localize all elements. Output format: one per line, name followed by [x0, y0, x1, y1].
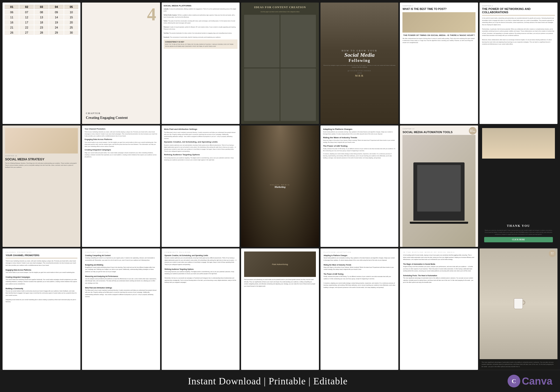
automation-image: [402, 135, 475, 247]
r3-ads-image: Paid Advertising: [244, 251, 316, 277]
r3-page-6: In the bustling world of social media In…: [400, 248, 478, 370]
cal-06: 06: [5, 10, 19, 15]
adapting-conclusion: In essence, adapting your social media s…: [323, 153, 396, 159]
cal-13: 13: [34, 15, 49, 20]
cal-08: 08: [34, 10, 49, 15]
thank-you-text-area: THANK YOU Thank you so much for choosing…: [482, 222, 555, 244]
cal-25: 25: [64, 25, 78, 30]
pages-grid: 01 02 03 04 05 06 07 08 09 10 11 12 13 1…: [0, 0, 560, 370]
grow-brand: MRR: [323, 74, 396, 77]
canva-icon-text: C: [512, 378, 516, 385]
ideas-grid: [244, 15, 316, 121]
best-seller-text: BESTSELLING: [470, 130, 475, 132]
best-time-image: [402, 12, 475, 33]
ideas-page: IDEAS FOR CONTENT CREATION Use this page…: [241, 3, 319, 124]
ad-text-overlay: SOCIAL MEDIA Marketing: [270, 184, 290, 188]
r3-page-4: Paid Advertising Paid promotions and adv…: [241, 248, 319, 370]
r3-3-label: Community Building: [165, 251, 236, 253]
r3-page-5: Platform Adaptation Adapting to Platform…: [320, 248, 398, 370]
r3-1-body: Think of your marketing channels as a te…: [6, 260, 77, 303]
r3-5-label: Platform Adaptation: [324, 251, 395, 253]
canva-icon: C: [508, 375, 520, 387]
calendar-header: 01 02 03 04 05: [5, 5, 78, 9]
grow-content: HOW TO GROW YOUR Social Media Following …: [320, 47, 398, 79]
bottom-tagline: Instant Download | Printable | Editable: [188, 375, 347, 387]
platforms-body: LinkedIn: A venue for professionals, off…: [164, 8, 237, 38]
cup-icon: [514, 298, 523, 309]
grow-main-title: Social Media: [323, 52, 396, 58]
cal-24: 24: [49, 25, 63, 30]
cal-11: 11: [5, 15, 19, 20]
networking-title: THE POWER OF NETWORKING AND COLLABORATIO…: [482, 7, 555, 16]
cal-14: 14: [49, 15, 63, 20]
refining-body: Fine-tuning improves your audience targe…: [164, 157, 237, 161]
r3-1-label: Channel Promoters: [6, 251, 77, 253]
ideas-box-4: [281, 68, 316, 121]
ad-overlay-main: Marketing: [270, 186, 290, 188]
meta-title: Meta Paid and Attribution Settings: [164, 128, 237, 130]
laptop-base: [410, 222, 468, 224]
r3-page-1: Channel Promoters Your Channel Promoters…: [3, 248, 80, 370]
automation-title: SOCIAL MEDIA AUTOMATION TOOLS: [402, 131, 475, 134]
grow-subtitle: Discover key strategies to grow your bra…: [323, 64, 396, 68]
thank-you-page: THANK YOU Thank you so much for choosing…: [480, 125, 557, 247]
strategy-title: SOCIAL MEDIA STRATEGY: [5, 158, 78, 161]
r3-2-label: Content Creation: [85, 251, 157, 253]
best-time-title: WHAT IS THE BEST TIME TO POST?: [402, 8, 475, 11]
ideas-box-2: [281, 15, 316, 67]
dynamic-body: Dynamic creative optimizes your ad autom…: [164, 144, 237, 152]
cal-07: 07: [19, 10, 34, 15]
strategy-chapter-label: CHAPTER 10: [5, 155, 78, 157]
ab-body: Finally, embrace the power of A/B testin…: [323, 148, 396, 152]
refining-title: Refining Audience Targeting Options: [164, 153, 237, 156]
r3-final-image-bg: [480, 248, 557, 359]
grow-with: WITH: [323, 72, 396, 74]
thank-you-image: [482, 128, 555, 159]
cal-21: 21: [5, 25, 19, 30]
strategy-image-bg: [5, 128, 78, 153]
thank-you-body: Thank you so much for choosing this guid…: [484, 229, 553, 235]
cal-10: 10: [64, 10, 78, 15]
power-title: THE POWER OF TIMING ON SOCIAL MEDIA - IS…: [402, 34, 475, 36]
ideas-subtitle: Use this page to jot down some content i…: [244, 11, 316, 13]
channels-text-2: Your social media is your secret weapon.…: [85, 141, 157, 147]
r3-6-label: In the bustling world of social media: [403, 251, 475, 253]
click-here-button[interactable]: CLICK HERE: [484, 237, 553, 242]
woman-image: [402, 12, 475, 33]
chapter4-label: CHAPTER: [86, 112, 156, 115]
cal-12: 12: [19, 15, 34, 20]
grow-following: Following: [323, 58, 396, 63]
cal-15: 15: [64, 15, 78, 20]
r3-1-title: Your Channel Promoters: [6, 254, 77, 258]
r3-page-2: Content Creation Creating Compelling Ad …: [82, 248, 160, 370]
how-to-grow-page: HOW TO GROW YOUR Social Media Following …: [320, 3, 398, 124]
laptop-screen: [417, 165, 460, 212]
cup-handle: [523, 301, 525, 304]
r3-3-body: Dynamic Creative, Ad Scheduling, and Spe…: [165, 254, 236, 284]
cal-22: 22: [19, 25, 34, 30]
main-container: 01 02 03 04 05 06 07 08 09 10 11 12 13 1…: [0, 0, 560, 392]
r3-6-body: In the bustling world of social media, s…: [403, 254, 475, 284]
integrated-title: Creating Integrated Campaigns: [85, 149, 157, 151]
cal-head-5: 05: [64, 5, 78, 9]
meta-pixel-page: Meta Paid and Attribution Settings The M…: [162, 125, 240, 247]
laptop-body: [413, 162, 464, 221]
final-badge: BESTSELL: [549, 250, 556, 257]
cal-09: 09: [49, 10, 63, 15]
consistency-text: DON'T TRY TO BE ACTIVE ON ALL OF THEM, O…: [165, 44, 236, 48]
consistency-title: CONSISTENCY IS KEY: [165, 41, 236, 43]
r3-page-3: Community Building Dynamic Creative, Ad …: [162, 248, 240, 370]
cal-head-3: 03: [34, 5, 49, 9]
cal-16: 16: [5, 20, 19, 25]
r3-page-7: BESTSELL The most significant advantage …: [480, 248, 557, 370]
cal-27: 27: [19, 30, 34, 35]
cal-23: 23: [34, 25, 49, 30]
cal-head-1: 01: [5, 5, 19, 9]
cal-30: 30: [64, 30, 78, 35]
r3-final-body: The most significant advantage of automa…: [482, 361, 555, 368]
chapter4-cover: 4 CHAPTER Creating Engaging Content: [82, 3, 160, 124]
social-platforms-page: Social Media Platforms LinkedIn: A venue…: [162, 3, 240, 124]
cal-26: 26: [5, 30, 19, 35]
cal-20: 20: [64, 20, 78, 25]
r3-4-body: Paid promotions and advertising on socia…: [244, 278, 316, 287]
